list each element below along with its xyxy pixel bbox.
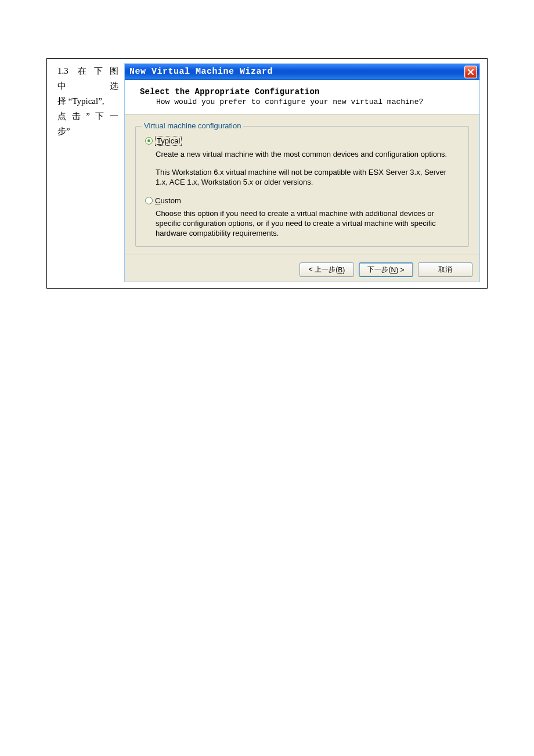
instruction-line-3: 择 “Typical”,: [57, 93, 118, 109]
instruction-line-5: 步”: [57, 124, 118, 139]
config-groupbox: Virtual machine configuration Typical Cr…: [135, 126, 469, 247]
cancel-button[interactable]: 取消: [418, 262, 472, 277]
radio-typical-desc-2: This Workstation 6.x virtual machine wil…: [156, 167, 459, 187]
next-button[interactable]: 下一步(N) >: [359, 262, 413, 277]
wizard-body: Virtual machine configuration Typical Cr…: [125, 114, 479, 254]
close-icon: [467, 69, 474, 75]
radio-custom-label: Custom: [155, 196, 181, 205]
radio-typical-label: Typical: [155, 136, 182, 146]
radio-typical[interactable]: Typical: [145, 136, 459, 146]
document-content-row: 1.3 在下图 中 选 择 “Typical”, 点击”下一 步” New Vi…: [46, 58, 488, 289]
instruction-text: 1.3 在下图 中 选 择 “Typical”, 点击”下一 步”: [57, 63, 118, 282]
wizard-header-title: Select the Appropriate Configuration: [140, 87, 471, 96]
radio-custom[interactable]: Custom: [145, 196, 459, 205]
radio-custom-indicator: [145, 197, 153, 204]
instruction-line-4: 点击”下一: [57, 109, 118, 124]
close-button[interactable]: [464, 66, 477, 78]
window-title: New Virtual Machine Wizard: [129, 67, 273, 77]
radio-custom-desc: Choose this option if you need to create…: [156, 208, 459, 238]
wizard-header-subtitle: How would you prefer to configure your n…: [156, 98, 471, 107]
back-button[interactable]: < 上一步(B): [300, 262, 354, 277]
groupbox-legend: Virtual machine configuration: [142, 121, 243, 130]
instruction-line-2: 中 选: [57, 78, 118, 93]
wizard-buttons: < 上一步(B) 下一步(N) > 取消: [125, 254, 479, 282]
titlebar: New Virtual Machine Wizard: [125, 64, 479, 80]
radio-typical-desc-1: Create a new virtual machine with the mo…: [156, 149, 459, 159]
wizard-dialog: New Virtual Machine Wizard Select the Ap…: [124, 63, 480, 282]
wizard-header: Select the Appropriate Configuration How…: [125, 80, 479, 114]
radio-typical-indicator: [145, 137, 153, 145]
instruction-line-1: 1.3 在下图: [57, 63, 118, 78]
